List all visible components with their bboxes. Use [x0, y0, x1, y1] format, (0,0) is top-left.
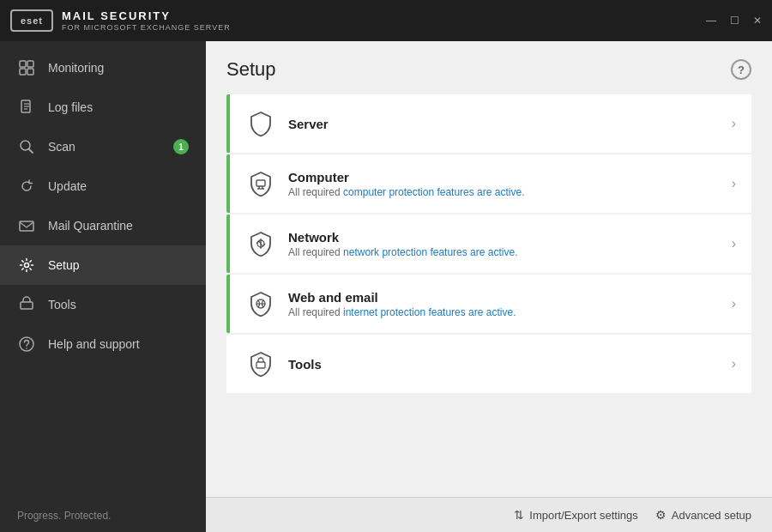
computer-desc: All required computer protection feature… [288, 186, 721, 198]
advanced-setup-label: Advanced setup [672, 509, 751, 522]
refresh-icon [17, 177, 36, 196]
scan-badge: 1 [173, 139, 189, 154]
web-email-desc: All required internet protection feature… [288, 306, 721, 318]
window-controls: — ☐ ✕ [706, 15, 762, 26]
main-footer: ⇅ Import/Export settings ⚙ Advanced setu… [206, 497, 772, 532]
setup-item-network[interactable]: Network All required network protection … [226, 215, 751, 273]
svg-point-8 [21, 141, 30, 150]
network-desc-pre: All required [288, 246, 343, 258]
svg-rect-12 [21, 302, 33, 309]
svg-line-9 [29, 149, 33, 153]
sidebar-item-scan[interactable]: Scan 1 [0, 127, 206, 166]
help-support-label: Help and support [48, 337, 189, 351]
sidebar-item-log-files[interactable]: Log files [0, 88, 206, 127]
setup-label: Setup [48, 258, 189, 272]
import-export-icon: ⇅ [514, 508, 524, 522]
server-chevron-icon: › [732, 116, 736, 131]
file-icon [17, 98, 36, 117]
svg-rect-1 [27, 61, 33, 67]
app-logo: eset MAIL SECURITY FOR MICROSOFT EXCHANG… [10, 9, 231, 32]
computer-shield-icon [245, 168, 276, 199]
sidebar-footer: Progress. Protected. [0, 499, 206, 532]
computer-desc-pre: All required [288, 186, 343, 198]
svg-point-14 [26, 348, 27, 349]
page-title: Setup [226, 58, 276, 81]
svg-rect-3 [27, 69, 33, 75]
grid-icon [17, 58, 36, 77]
sidebar-item-setup[interactable]: Setup [0, 245, 206, 285]
svg-rect-2 [20, 69, 26, 75]
network-title: Network [288, 230, 721, 245]
network-shield-icon [245, 228, 276, 259]
web-email-desc-highlight: internet protection features are active. [343, 306, 516, 318]
web-email-title: Web and email [288, 290, 721, 305]
tools-chevron-icon: › [732, 356, 736, 372]
eset-logo-badge: eset [10, 9, 53, 32]
tools-item-content: Tools [288, 357, 721, 372]
advanced-setup-icon: ⚙ [655, 508, 666, 522]
update-label: Update [48, 179, 189, 193]
advanced-setup-button[interactable]: ⚙ Advanced setup [655, 508, 751, 522]
setup-item-web-email[interactable]: Web and email All required internet prot… [226, 275, 751, 333]
tools-setup-icon [245, 348, 276, 379]
server-title: Server [288, 117, 721, 131]
web-email-chevron-icon: › [732, 296, 736, 311]
tools-icon [17, 295, 36, 314]
server-shield-icon [245, 108, 276, 139]
help-button[interactable]: ? [731, 59, 751, 80]
setup-list: Server › Computer [206, 94, 772, 395]
titlebar: eset MAIL SECURITY FOR MICROSOFT EXCHANG… [0, 0, 772, 41]
import-export-label: Import/Export settings [529, 509, 637, 522]
main-header: Setup ? [206, 41, 772, 94]
setup-item-computer[interactable]: Computer All required computer protectio… [226, 154, 751, 213]
svg-rect-10 [20, 221, 33, 231]
sidebar-item-mail-quarantine[interactable]: Mail Quarantine [0, 206, 206, 245]
network-desc: All required network protection features… [288, 246, 721, 258]
close-button[interactable]: ✕ [753, 15, 762, 26]
svg-rect-0 [20, 61, 26, 67]
setup-item-server[interactable]: Server › [226, 94, 751, 153]
svg-point-11 [25, 263, 29, 268]
svg-rect-23 [256, 362, 265, 368]
mail-quarantine-label: Mail Quarantine [48, 219, 189, 233]
network-item-content: Network All required network protection … [288, 230, 721, 258]
maximize-button[interactable]: ☐ [730, 15, 739, 26]
tools-setup-title: Tools [288, 357, 721, 372]
tools-label: Tools [48, 298, 189, 311]
computer-desc-highlight: computer protection features are active. [343, 186, 524, 198]
help-circle-icon [17, 335, 36, 354]
sidebar-item-tools[interactable]: Tools [0, 285, 206, 324]
server-item-content: Server [288, 117, 721, 131]
search-icon [17, 137, 36, 156]
web-email-item-content: Web and email All required internet prot… [288, 290, 721, 318]
sidebar-item-update[interactable]: Update [0, 166, 206, 206]
app-title-block: MAIL SECURITY FOR MICROSOFT EXCHANGE SER… [62, 9, 231, 32]
app-layout: Monitoring Log files Scan [0, 41, 772, 532]
gear-icon [17, 256, 36, 275]
computer-title: Computer [288, 170, 721, 184]
computer-chevron-icon: › [732, 176, 736, 191]
setup-item-tools[interactable]: Tools › [226, 335, 751, 393]
mail-icon [17, 216, 36, 235]
web-email-shield-icon [245, 288, 276, 319]
minimize-button[interactable]: — [706, 15, 716, 26]
computer-item-content: Computer All required computer protectio… [288, 170, 721, 198]
app-name: MAIL SECURITY [62, 9, 231, 22]
app-subtitle: FOR MICROSOFT EXCHANGE SERVER [62, 23, 231, 32]
scan-label: Scan [48, 140, 161, 154]
sidebar-item-help-support[interactable]: Help and support [0, 324, 206, 364]
svg-rect-15 [256, 180, 265, 186]
progress-text: Progress. Protected. [17, 510, 111, 522]
main-content: Setup ? Server › [206, 41, 772, 532]
sidebar-item-monitoring[interactable]: Monitoring [0, 48, 206, 88]
sidebar: Monitoring Log files Scan [0, 41, 206, 532]
import-export-button[interactable]: ⇅ Import/Export settings [514, 508, 637, 522]
network-desc-highlight: network protection features are active. [343, 246, 517, 258]
log-files-label: Log files [48, 100, 189, 114]
network-chevron-icon: › [732, 236, 736, 251]
eset-logo-text: eset [21, 15, 43, 26]
monitoring-label: Monitoring [48, 61, 189, 75]
web-email-desc-pre: All required [288, 306, 343, 318]
